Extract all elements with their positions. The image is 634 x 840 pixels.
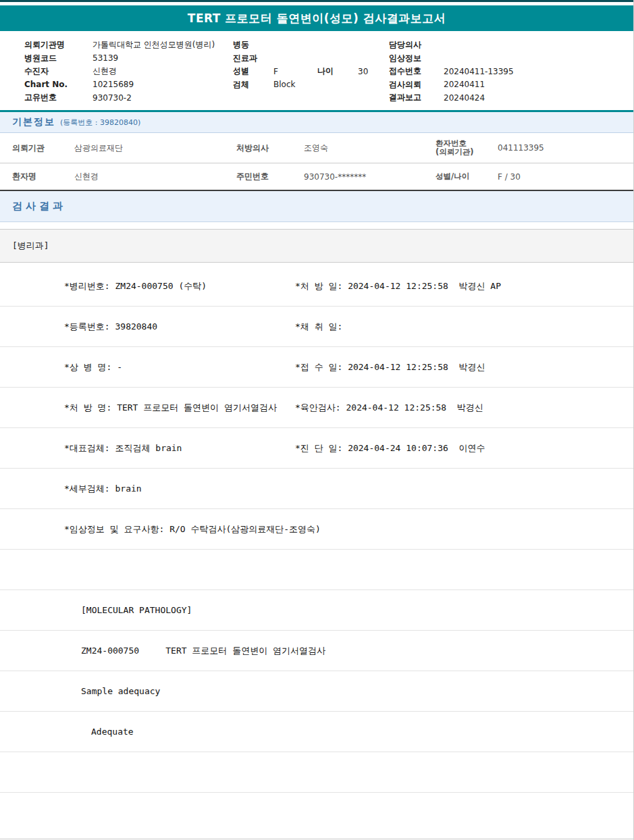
result-line: *임상정보 및 요구사항: R/O 수탁검사(삼광의료재단-조영숙) (0, 509, 633, 550)
bottom-border-line (0, 839, 633, 839)
patient-header-col-right: 담당의사 임상정보 접수번호20240411-13395 검사의뢰2024041… (389, 38, 514, 105)
field-label: 접수번호 (389, 65, 444, 77)
result-line-left: Sample adequacy (0, 686, 295, 696)
field-label: 병동 (233, 39, 273, 51)
header-field: 접수번호20240411-13395 (389, 65, 514, 78)
result-line-left: *병리번호: ZM24-000750 (수탁) (0, 280, 295, 292)
result-line: *처 방 명: TERT 프로모터 돌연변이 염기서열검사*육안검사: 2024… (0, 388, 633, 428)
result-line: *대표검체: 조직검체 brain*진 단 일: 2024-04-24 10:0… (0, 428, 633, 469)
cell-label: 주민번호 (236, 171, 304, 182)
header-field: 의뢰기관명가톨릭대학교 인천성모병원(병리) (24, 38, 215, 52)
field-label: 고유번호 (24, 92, 93, 103)
cell-value: F / 30 (498, 172, 633, 182)
field-label: 병원코드 (24, 53, 93, 64)
field-value: 신현경 (93, 65, 117, 77)
result-line-right: *육안검사: 2024-04-12 12:25:58 박경신 (295, 402, 633, 414)
field-label: 검사의뢰 (389, 79, 444, 90)
result-line: [MOLECULAR PATHOLOGY] (0, 590, 633, 631)
field-label: 의뢰기관명 (24, 39, 93, 51)
field-label: Chart No. (24, 80, 93, 89)
section-title: 검사결과 (12, 200, 66, 213)
field-label: 임상정보 (389, 53, 444, 64)
field-value: 가톨릭대학교 인천성모병원(병리) (93, 39, 215, 51)
report-title-bar: TERT 프로모터 돌연변이(성모) 검사결과보고서 (0, 5, 633, 31)
result-line-left: *처 방 명: TERT 프로모터 돌연변이 염기서열검사 (0, 402, 295, 414)
field-label: 나이 (317, 65, 358, 77)
field-label: 담당의사 (389, 39, 444, 51)
result-line-right: *채 취 일: (295, 321, 633, 333)
section-title: 기본정보 (12, 116, 55, 128)
cell-label: 환자번호(의뢰기관) (435, 139, 498, 157)
result-line-left: *상 병 명: - (0, 361, 295, 373)
header-field: 결과보고20240424 (389, 91, 514, 105)
department-band: [병리과] (0, 229, 633, 263)
cell-label: 환자명 (0, 171, 74, 182)
result-line-left: *대표검체: 조직검체 brain (0, 442, 295, 454)
header-field: 임상정보 (389, 52, 514, 65)
field-value: F (273, 67, 317, 76)
field-label: 진료과 (233, 53, 273, 64)
result-line (0, 752, 633, 793)
result-line-left: ZM24-000750 TERT 프로모터 돌연변이 염기서열검사 (0, 645, 295, 657)
header-field: 진료과 (233, 52, 368, 65)
result-line: Adequate (0, 712, 633, 752)
basic-info-row: 환자명 신현경 주민번호 930730-******* 성별/나이 F / 30 (0, 163, 633, 191)
header-field: 병원코드53139 (24, 52, 215, 65)
header-field: 병동 (233, 38, 368, 52)
section-reg-note: (등록번호 : 39820840) (60, 117, 140, 128)
field-value: 53139 (93, 53, 118, 63)
result-line-right: *진 단 일: 2024-04-24 10:07:36 이연수 (295, 442, 633, 454)
field-value: 10215689 (93, 80, 134, 89)
top-accent-line (0, 0, 633, 2)
field-value: 20240411 (444, 80, 485, 89)
field-label: 결과보고 (389, 92, 444, 103)
result-line-right: *접 수 일: 2024-04-12 12:25:58 박경신 (295, 361, 633, 373)
report-page: TERT 프로모터 돌연변이(성모) 검사결과보고서 의뢰기관명가톨릭대학교 인… (0, 0, 634, 840)
field-value: 30 (358, 67, 368, 76)
result-line-left: [MOLECULAR PATHOLOGY] (0, 605, 295, 615)
result-line: *병리번호: ZM24-000750 (수탁)*처 방 일: 2024-04-1… (0, 266, 633, 307)
result-line: *세부검체: brain (0, 469, 633, 509)
patient-header-col-middle: 병동 진료과 성별F나이30 검체Block (233, 38, 368, 91)
cell-value: 930730-******* (304, 172, 435, 182)
result-line: *상 병 명: -*접 수 일: 2024-04-12 12:25:58 박경신 (0, 347, 633, 388)
result-line-left: *세부검체: brain (0, 483, 295, 495)
header-field: 담당의사 (389, 38, 514, 52)
field-value: 20240424 (444, 93, 485, 103)
result-line-left: *임상정보 및 요구사항: R/O 수탁검사(삼광의료재단-조영숙) (0, 523, 295, 535)
field-label: 수진자 (24, 65, 93, 77)
header-field: 검체Block (233, 78, 368, 92)
field-label: 성별 (233, 65, 273, 77)
result-line-right: *처 방 일: 2024-04-12 12:25:58 박경신 AP (295, 280, 633, 292)
cell-value: 삼광의료재단 (74, 142, 236, 154)
cell-label-line1: 환자번호 (435, 138, 467, 148)
basic-info-row: 의뢰기관 삼광의료재단 처방의사 조영숙 환자번호(의뢰기관) 04111339… (0, 133, 633, 163)
cell-label: 처방의사 (236, 142, 304, 154)
cell-label: 의뢰기관 (0, 142, 74, 154)
section-header-results: 검사결과 (0, 191, 633, 222)
result-line: *등록번호: 39820840*채 취 일: (0, 307, 633, 347)
patient-header-col-left: 의뢰기관명가톨릭대학교 인천성모병원(병리) 병원코드53139 수진자신현경 … (24, 38, 215, 105)
result-lines: *병리번호: ZM24-000750 (수탁)*처 방 일: 2024-04-1… (0, 266, 633, 793)
report-title: TERT 프로모터 돌연변이(성모) 검사결과보고서 (188, 11, 446, 26)
cell-label: 성별/나이 (435, 172, 498, 181)
header-field: 검사의뢰20240411 (389, 78, 514, 92)
section-header-basic-info: 기본정보 (등록번호 : 39820840) (0, 112, 633, 133)
result-line (0, 550, 633, 590)
cell-value: 041113395 (498, 143, 633, 153)
result-line-left: Adequate (0, 727, 295, 737)
field-value: 20240411-13395 (444, 67, 514, 76)
header-field: Chart No.10215689 (24, 78, 215, 92)
field-value: 930730-2 (93, 93, 132, 103)
cell-value: 신현경 (74, 171, 236, 182)
result-line-left: *등록번호: 39820840 (0, 321, 295, 333)
result-line: Sample adequacy (0, 671, 633, 712)
result-line: ZM24-000750 TERT 프로모터 돌연변이 염기서열검사 (0, 631, 633, 671)
field-value: Block (273, 80, 295, 89)
header-field-sex-age: 성별F나이30 (233, 65, 368, 78)
patient-header: 의뢰기관명가톨릭대학교 인천성모병원(병리) 병원코드53139 수진자신현경 … (0, 31, 633, 112)
department-label: [병리과] (12, 240, 49, 252)
cell-label-line2: (의뢰기관) (435, 147, 474, 157)
cell-value: 조영숙 (304, 142, 435, 154)
header-field: 고유번호930730-2 (24, 91, 215, 105)
